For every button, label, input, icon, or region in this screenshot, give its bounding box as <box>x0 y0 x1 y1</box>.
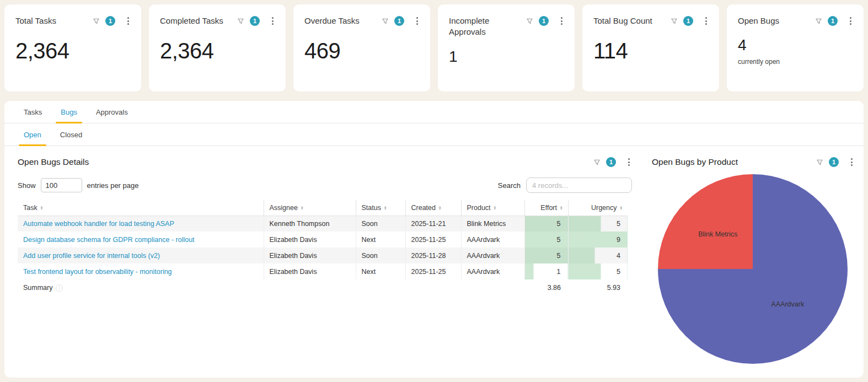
filter-count-badge[interactable]: 1 <box>250 16 260 26</box>
kebab-menu-button[interactable] <box>849 157 855 167</box>
effort-cell: 5 <box>524 232 568 248</box>
kpi-card-total-tasks: Total Tasks12,364 <box>4 4 141 92</box>
kpi-card-completed-tasks: Completed Tasks12,364 <box>149 4 286 92</box>
kpi-card-row: Total Tasks12,364Completed Tasks12,364Ov… <box>4 4 864 92</box>
task-cell: Automate webhook handler for load testin… <box>18 216 264 232</box>
sort-icon: ▴▾ <box>620 206 622 210</box>
filter-funnel-icon[interactable] <box>92 17 100 25</box>
filter-count-badge[interactable]: 1 <box>683 16 693 26</box>
kpi-card-actions: 1 <box>815 15 854 26</box>
column-header-product[interactable]: Product▴▾ <box>461 200 524 216</box>
filter-count-badge[interactable]: 1 <box>829 157 839 167</box>
task-cell: Test frontend layout for observability -… <box>18 263 264 279</box>
filter-funnel-icon[interactable] <box>815 17 823 25</box>
chart-section-title: Open Bugs by Product <box>652 157 816 167</box>
kpi-card-value: 469 <box>304 39 420 63</box>
summary-label: Summary <box>23 284 52 292</box>
table-controls: Show entries per page Search <box>18 177 632 193</box>
subtab-closed[interactable]: Closed <box>51 123 92 146</box>
info-icon[interactable]: i <box>56 284 63 292</box>
table-row: Test frontend layout for observability -… <box>18 263 628 279</box>
tab-bugs[interactable]: Bugs <box>51 101 87 123</box>
chart-panel-actions: 1 <box>816 157 855 167</box>
filter-funnel-icon[interactable] <box>526 17 534 25</box>
kpi-card-open-bugs: Open Bugs14currently open <box>727 4 864 92</box>
kebab-menu-button[interactable] <box>626 157 632 167</box>
kpi-card-actions: 1 <box>92 15 131 26</box>
table-row: Add user profile service for internal to… <box>18 248 628 263</box>
task-link[interactable]: Automate webhook handler for load testin… <box>23 220 174 228</box>
assignee-cell: Kenneth Thompson <box>264 216 356 232</box>
column-header-effort[interactable]: Effort▴▾ <box>524 200 568 216</box>
assignee-cell: Elizabeth Davis <box>264 232 356 248</box>
tab-tasks[interactable]: Tasks <box>14 101 51 123</box>
assignee-cell: Elizabeth Davis <box>264 248 356 263</box>
status-cell: Next <box>356 232 405 248</box>
kebab-menu-button[interactable] <box>848 16 854 26</box>
assignee-cell: Elizabeth Davis <box>264 263 356 279</box>
effort-cell: 5 <box>524 248 568 263</box>
kebab-menu-button[interactable] <box>270 16 276 26</box>
column-header-task[interactable]: Task▴▾ <box>18 200 264 216</box>
filter-count-badge[interactable]: 1 <box>828 16 838 26</box>
search-control: Search <box>498 177 632 193</box>
column-label: Product <box>467 204 491 212</box>
column-label: Assignee <box>270 204 298 212</box>
task-cell: Add user profile service for internal to… <box>18 248 264 263</box>
dashboard: Total Tasks12,364Completed Tasks12,364Ov… <box>0 0 868 382</box>
urgency-cell: 5 <box>568 216 628 232</box>
filter-count-badge[interactable]: 1 <box>105 16 115 26</box>
summary-urgency-value: 5.93 <box>568 279 628 296</box>
filter-count-badge[interactable]: 1 <box>539 16 549 26</box>
table-row: Automate webhook handler for load testin… <box>18 216 628 232</box>
sort-icon: ▴▾ <box>301 206 303 210</box>
tab-bar: TasksBugsApprovals <box>4 101 864 123</box>
main-panel: TasksBugsApprovals OpenClosed Open Bugs … <box>4 101 864 378</box>
summary-effort-value: 3.86 <box>524 279 568 296</box>
column-header-urgency[interactable]: Urgency▴▾ <box>568 200 628 216</box>
kpi-card-title: Open Bugs <box>738 15 815 26</box>
task-link[interactable]: Add user profile service for internal to… <box>23 252 160 260</box>
filter-count-badge[interactable]: 1 <box>394 16 404 26</box>
status-cell: Soon <box>356 248 405 263</box>
column-label: Urgency <box>591 204 617 212</box>
tab-approvals[interactable]: Approvals <box>87 101 137 123</box>
search-input[interactable] <box>526 177 632 193</box>
filter-funnel-icon[interactable] <box>237 17 245 25</box>
table-row: Design database schema for GDPR complian… <box>18 232 628 248</box>
kpi-card-value: 2,364 <box>15 39 131 63</box>
entries-per-page-input[interactable] <box>41 178 82 192</box>
kebab-menu-button[interactable] <box>559 16 565 26</box>
kpi-card-value: 2,364 <box>160 39 276 63</box>
kpi-card-actions: 1 <box>237 15 276 26</box>
filter-funnel-icon[interactable] <box>816 158 824 166</box>
task-link[interactable]: Test frontend layout for observability -… <box>23 268 172 276</box>
kebab-menu-button[interactable] <box>414 16 420 26</box>
created-cell: 2025-11-25 <box>405 232 461 248</box>
effort-cell: 1 <box>524 263 568 279</box>
sort-icon: ▴▾ <box>439 206 441 210</box>
kpi-card-title: Completed Tasks <box>160 15 237 26</box>
kebab-menu-button[interactable] <box>125 16 131 26</box>
subtab-open[interactable]: Open <box>14 123 51 146</box>
kebab-menu-button[interactable] <box>703 16 709 26</box>
open-bugs-table: Task▴▾Assignee▴▾Status▴▾Created▴▾Product… <box>18 200 628 296</box>
filter-funnel-icon[interactable] <box>381 17 389 25</box>
product-cell: Blink Metrics <box>461 216 524 232</box>
column-header-assignee[interactable]: Assignee▴▾ <box>264 200 356 216</box>
filter-funnel-icon[interactable] <box>593 158 601 166</box>
filter-count-badge[interactable]: 1 <box>606 157 616 167</box>
search-label: Search <box>498 181 521 190</box>
product-cell: AAArdvark <box>461 248 524 263</box>
urgency-cell: 5 <box>568 263 628 279</box>
column-label: Created <box>411 204 436 212</box>
column-header-created[interactable]: Created▴▾ <box>405 200 461 216</box>
product-cell: AAArdvark <box>461 263 524 279</box>
pie-slice-label: AAArdvark <box>771 300 805 308</box>
task-link[interactable]: Design database schema for GDPR complian… <box>23 236 195 244</box>
filter-funnel-icon[interactable] <box>670 17 678 25</box>
kpi-card-total-bug-count: Total Bug Count1114 <box>582 4 719 92</box>
column-header-status[interactable]: Status▴▾ <box>356 200 405 216</box>
kpi-card-actions: 1 <box>526 15 565 26</box>
sort-icon: ▴▾ <box>560 206 562 210</box>
